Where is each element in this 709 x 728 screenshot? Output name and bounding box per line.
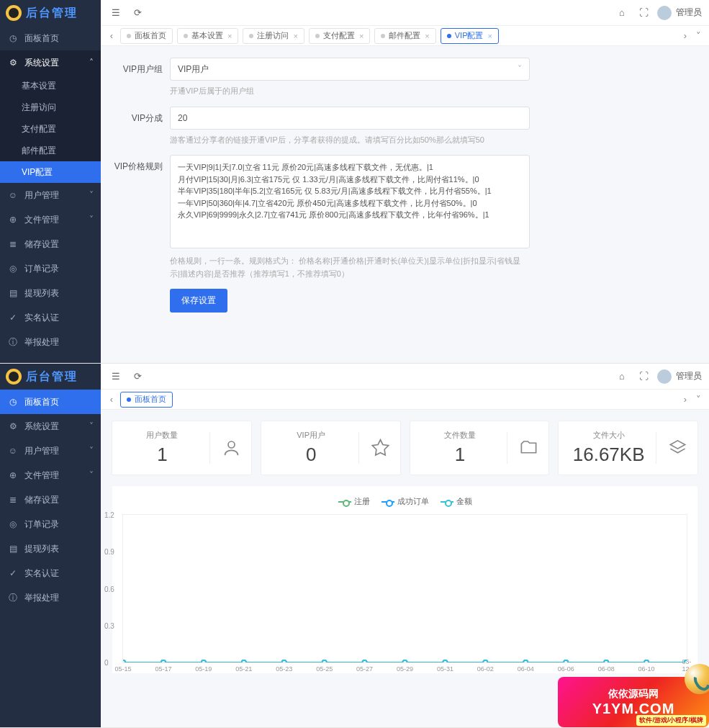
close-icon[interactable]: ×	[425, 32, 429, 40]
user-icon	[209, 432, 241, 464]
tab-home[interactable]: 面板首页	[120, 392, 173, 408]
home-button[interactable]: ⌂	[614, 5, 630, 21]
tabs-left-button[interactable]: ‹	[105, 394, 118, 405]
svg-point-43	[604, 660, 608, 662]
nav-home[interactable]: ◷面板首页	[0, 26, 101, 50]
nav-users[interactable]: ☺用户管理˅	[0, 439, 101, 463]
tab-pay[interactable]: 支付配置×	[309, 28, 370, 44]
fullscreen-button[interactable]: ⛶	[636, 5, 651, 21]
brand-text: 后台管理	[26, 6, 78, 21]
close-icon[interactable]: ×	[487, 32, 492, 40]
tab-home[interactable]: 面板首页	[120, 28, 173, 44]
nav-report[interactable]: ⓘ举报处理	[0, 330, 101, 354]
share-input[interactable]	[170, 107, 530, 130]
nav-sys-pay[interactable]: 支付配置	[0, 118, 101, 140]
user-menu[interactable]: 管理员	[657, 6, 702, 20]
nav-realname[interactable]: ✓实名认证	[0, 561, 101, 585]
list-icon: ▤	[7, 288, 19, 298]
nav-withdraw[interactable]: ▤提现列表	[0, 536, 101, 561]
nav-sys-basic[interactable]: 基本设置	[0, 75, 101, 96]
close-icon[interactable]: ×	[293, 32, 297, 40]
nav-files[interactable]: ⊕文件管理˅	[0, 207, 101, 232]
tabs-menu-button[interactable]: ˅	[692, 394, 705, 405]
nav-orders[interactable]: ◎订单记录	[0, 256, 101, 281]
svg-point-34	[242, 660, 246, 662]
nav-realname[interactable]: ✓实名认证	[0, 305, 101, 330]
nav-sys-mail[interactable]: 邮件配置	[0, 140, 101, 161]
collapse-sidebar-button[interactable]: ☰	[108, 5, 124, 21]
nav-storage[interactable]: ≣储存设置	[0, 232, 101, 256]
target-icon: ◎	[7, 264, 19, 274]
tab-register[interactable]: 注册访问×	[243, 28, 304, 44]
stack-icon: ≣	[7, 239, 19, 249]
user-menu[interactable]: 管理员	[657, 369, 702, 384]
topbar: ☰ ⟳ ⌂ ⛶ 管理员	[101, 0, 709, 26]
tab-basic[interactable]: 基本设置×	[177, 28, 238, 44]
refresh-button[interactable]: ⟳	[130, 5, 145, 21]
topbar: ☰ ⟳ ⌂ ⛶ 管理员	[101, 364, 709, 390]
watermark-icon	[685, 664, 709, 694]
tabs-right-button[interactable]: ›	[679, 30, 692, 41]
group-help: 开通VIP后属于的用户组	[170, 85, 530, 98]
tabs-left-button[interactable]: ‹	[105, 30, 118, 41]
refresh-button[interactable]: ⟳	[130, 369, 145, 385]
check-icon: ✓	[7, 568, 19, 578]
chart-panel: 注册 成功订单 金额 00.30.60.91.205-1505-1705-190…	[112, 486, 697, 673]
save-button[interactable]: 保存设置	[170, 289, 227, 313]
rule-textarea[interactable]	[170, 155, 530, 248]
rule-label: VIP价格规则	[112, 155, 170, 280]
nav-top: ◷面板首页 ⚙系统设置˄ 基本设置 注册访问 支付配置 邮件配置 VIP配置 ☺…	[0, 26, 101, 363]
logo: 后台管理	[0, 364, 101, 390]
star-icon	[358, 432, 390, 464]
sidebar-bottom: 后台管理 ◷面板首页 ⚙系统设置˅ ☺用户管理˅ ⊕文件管理˅ ≣储存设置 ◎订…	[0, 364, 101, 727]
stack-icon: ≣	[7, 495, 19, 505]
nav-report[interactable]: ⓘ举报处理	[0, 585, 101, 610]
nav-home[interactable]: ◷面板首页	[0, 390, 101, 414]
svg-point-32	[161, 660, 166, 662]
legend-register[interactable]: 注册	[338, 496, 370, 507]
svg-point-36	[322, 660, 327, 662]
svg-point-44	[644, 660, 649, 662]
close-icon[interactable]: ×	[359, 32, 363, 40]
tab-mail[interactable]: 邮件配置×	[374, 28, 435, 44]
nav-users[interactable]: ☺用户管理˅	[0, 183, 101, 207]
nav-sys[interactable]: ⚙系统设置˅	[0, 414, 101, 439]
svg-point-38	[403, 660, 407, 662]
vip-form: VIP用户组 VIP用户˅ 开通VIP后属于的用户组 VIP分成 游客通过分享者…	[101, 46, 709, 363]
legend-orders[interactable]: 成功订单	[381, 496, 429, 507]
share-label: VIP分成	[112, 107, 170, 147]
avatar-icon	[657, 369, 672, 384]
chevron-down-icon: ˅	[89, 470, 94, 480]
nav-sys-vip[interactable]: VIP配置	[0, 161, 101, 183]
svg-point-40	[483, 660, 487, 662]
nav-orders[interactable]: ◎订单记录	[0, 512, 101, 536]
nav-files[interactable]: ⊕文件管理˅	[0, 463, 101, 487]
dashboard-icon: ◷	[7, 33, 19, 43]
fullscreen-button[interactable]: ⛶	[636, 369, 651, 385]
tab-vip[interactable]: VIP配置×	[441, 28, 499, 44]
chart-plot[interactable]: 00.30.60.91.205-1505-1705-1905-2105-2305…	[122, 514, 687, 663]
collapse-sidebar-button[interactable]: ☰	[108, 369, 124, 385]
stat-users: 用户数量1	[112, 421, 251, 475]
svg-point-39	[443, 660, 447, 662]
users-icon: ☺	[7, 446, 19, 456]
logo-icon	[6, 5, 22, 21]
tabs-menu-button[interactable]: ˅	[692, 30, 705, 41]
globe-icon: ⊕	[7, 470, 19, 480]
logo: 后台管理	[0, 0, 101, 26]
nav-sys-register[interactable]: 注册访问	[0, 96, 101, 118]
group-select[interactable]: VIP用户˅	[170, 58, 530, 81]
legend-amount[interactable]: 金额	[441, 496, 472, 507]
chevron-down-icon: ˅	[518, 64, 522, 74]
stats-row: 用户数量1 VIP用户0 文件数量1 文件大小16.67KB	[112, 421, 697, 475]
nav-bottom: ◷面板首页 ⚙系统设置˅ ☺用户管理˅ ⊕文件管理˅ ≣储存设置 ◎订单记录 ▤…	[0, 390, 101, 727]
nav-storage[interactable]: ≣储存设置	[0, 487, 101, 512]
stat-files: 文件数量1	[410, 421, 549, 475]
group-label: VIP用户组	[112, 58, 170, 98]
nav-sys[interactable]: ⚙系统设置˄	[0, 50, 101, 75]
close-icon[interactable]: ×	[227, 32, 232, 40]
nav-withdraw[interactable]: ▤提现列表	[0, 281, 101, 305]
tabs-right-button[interactable]: ›	[679, 394, 692, 405]
home-button[interactable]: ⌂	[614, 369, 630, 385]
watermark: 依依源码网 Y1YM.COM 软件/游戏/小程序/棋牌	[558, 677, 709, 727]
